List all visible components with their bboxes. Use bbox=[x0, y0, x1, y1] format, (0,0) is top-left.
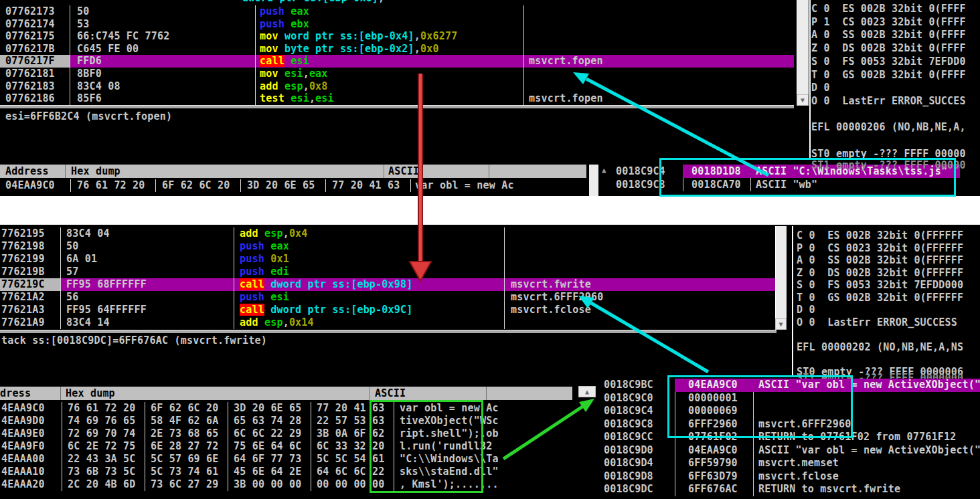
disasm-scrollbar[interactable] bbox=[797, 0, 809, 105]
instruction-token bbox=[278, 43, 284, 55]
register-line: P 0 CS 0023 32bit 0(FFFFFF bbox=[797, 242, 963, 254]
hexdump-rows: 04EAA9C076 61 72 206F 62 6C 203D 20 6E 6… bbox=[0, 179, 586, 192]
stack-row[interactable]: 0018C9BC04EAA9C0ASCII "var obl = new Act… bbox=[589, 379, 980, 392]
debugger-analysis-screenshot: 0776217350push eax0776217453push ebx0776… bbox=[0, 0, 980, 499]
instruction-token: , bbox=[303, 68, 309, 80]
hexdump-row[interactable]: 4EAA9C076 61 72 206F 62 6C 203D 20 6E 65… bbox=[0, 402, 572, 415]
hex-bytes-group: 5C 73 74 61 bbox=[145, 466, 228, 478]
instruction-token: esi bbox=[291, 55, 309, 67]
disasm-row[interactable]: 0776218383C4 08add esp,0x8 bbox=[0, 80, 794, 93]
hex-ascii: "C:\\Windows\\Ta bbox=[394, 453, 572, 466]
disasm-instruction: mov byte ptr ss:[ebp-0x2],0x0 bbox=[255, 43, 523, 56]
hexdump-row[interactable]: 04EAA9C076 61 72 206F 62 6C 203D 20 6E 6… bbox=[0, 179, 586, 192]
disasm-row[interactable]: 77621996A 01push 0x1 bbox=[0, 253, 777, 266]
hexdump-row[interactable]: 4EAA9E072 69 70 742E 73 68 656C 6C 22 29… bbox=[0, 427, 572, 440]
register-line: D 0 bbox=[811, 82, 830, 94]
disasm-bytes: 6A 01 bbox=[60, 253, 234, 266]
hex-ascii: var obl = new Ac bbox=[410, 179, 586, 192]
disasm-row[interactable]: 0776217FFFD6call esimsvcrt.fopen bbox=[0, 55, 794, 68]
instruction-token: mov bbox=[260, 68, 278, 80]
disasm-comment bbox=[504, 253, 777, 266]
stack-row[interactable]: 0018C9CC07761F02RETURN to 07761F02 from … bbox=[589, 431, 980, 444]
stack-row[interactable]: 0018C9C400000069 bbox=[589, 405, 980, 418]
stack-value: 6FFF2960 bbox=[675, 418, 753, 431]
disasm-row[interactable]: 0776218685F6test esi,esimsvcrt.fopen bbox=[0, 92, 794, 105]
register-line: T 0 GS 002B 32bit 0(FFFFFF bbox=[797, 292, 963, 304]
disasm-row[interactable]: 776219B57push edi bbox=[0, 266, 777, 278]
disasm-row[interactable]: 77621A256push esimsvcrt.6FFF2960 bbox=[0, 291, 777, 304]
disasm-row[interactable]: 776219583C4 04add esp,0x4 bbox=[0, 227, 777, 240]
hex-bytes-group: 2E 73 68 65 bbox=[145, 427, 228, 440]
instruction-token bbox=[264, 266, 270, 278]
hex-ascii: sks\\staEnd.dll" bbox=[394, 466, 572, 478]
register-line: D 0 bbox=[797, 304, 815, 316]
bottom-debugger-section: 776219583C4 04add esp,0x4776219850push e… bbox=[0, 225, 980, 499]
stack-row[interactable]: 0018C9D46FF59790msvcrt.memset bbox=[589, 457, 980, 470]
disasm-row[interactable]: 77621A983C4 14add esp,0x14 bbox=[0, 316, 777, 329]
hex-bytes-group: 3D 20 6E 65 bbox=[240, 179, 325, 192]
stack-row[interactable]: 0018C9D004EAA9C0ASCII "var obl = new Act… bbox=[589, 444, 980, 458]
instruction-token: push bbox=[260, 5, 284, 17]
disasm-address: 77621A2 bbox=[0, 291, 60, 304]
hex-bytes-group: 6C 2E 72 75 bbox=[62, 440, 145, 453]
register-line: A 0 SS 002B 32bit 0(FFFF bbox=[811, 29, 966, 41]
hex-bytes-group: 5C 5C 54 61 bbox=[311, 453, 394, 466]
stack-row[interactable]: 0018C9D86FF63D79msvcrt.fclose bbox=[589, 470, 980, 484]
hexdump-scrollbar[interactable] bbox=[589, 165, 598, 196]
disasm-instruction: add esp,0x8 bbox=[255, 80, 523, 93]
hex-bytes-group: 5C 57 69 6E bbox=[145, 453, 228, 466]
stack-row[interactable]: 0018C9C80018CA70ASCII "wb" bbox=[602, 178, 960, 191]
scroll-down-button[interactable]: ▼ bbox=[775, 318, 787, 330]
disasm-row[interactable]: 0776217350push eax bbox=[0, 5, 794, 18]
disasm-row[interactable]: 077621818BF0mov esi,eax bbox=[0, 68, 794, 80]
disasm-address: 07762175 bbox=[0, 30, 70, 43]
disasm-instruction: call dword ptr ss:[ebp-0x9C] bbox=[234, 304, 504, 316]
disasm-row[interactable]: 0776217566:C745 FC 7762mov word ptr ss:[… bbox=[0, 30, 794, 43]
hex-address: 4EAA9D0 bbox=[0, 415, 62, 427]
instruction-token: 0x6277 bbox=[420, 30, 457, 42]
stack-row[interactable]: 0018C9C000000001 bbox=[589, 392, 980, 405]
instruction-token bbox=[264, 291, 270, 303]
disasm-bytes: 50 bbox=[60, 240, 234, 253]
hexdump-row[interactable]: 4EAAA1073 6B 73 5C5C 73 74 6145 6E 64 2E… bbox=[0, 466, 572, 478]
scroll-down-button[interactable]: ▼ bbox=[797, 94, 809, 106]
disasm-address: 0776217B bbox=[0, 43, 70, 56]
disasm-row[interactable]: 77621A3FF95 64FFFFFFcall dword ptr ss:[e… bbox=[0, 304, 777, 316]
disasm-comment: msvcrt.fopen bbox=[523, 55, 794, 68]
register-line: S 0 FS 0053 32bit 7EFDD000 bbox=[797, 279, 963, 291]
instruction-token bbox=[284, 5, 291, 17]
disasm-row[interactable]: 0776217BC645 FE 00mov byte ptr ss:[ebp-0… bbox=[0, 43, 794, 56]
stack-address: 0018C9C4 bbox=[589, 405, 675, 418]
disasm-bytes: 50 bbox=[70, 5, 255, 18]
instruction-token: call bbox=[240, 278, 264, 290]
instruction-token: call bbox=[260, 55, 284, 67]
register-line: S 0 FS 0053 32bit 7EFDD0 bbox=[811, 56, 966, 68]
stack-row[interactable]: 0018C9C86FFF2960msvcrt.6FFF2960 bbox=[589, 418, 980, 431]
stack-pane: 0018C9BC04EAA9C0ASCII "var obl = new Act… bbox=[589, 379, 980, 496]
register-line: O 0 LastErr ERROR_SUCCES bbox=[811, 95, 966, 107]
hexdump-row[interactable]: 4EAA9F06C 2E 72 756E 28 27 7275 6E 64 6C… bbox=[0, 440, 572, 453]
hexdump-row[interactable]: 4EAAA202C 20 4B 6D73 6C 27 293B 00 00 00… bbox=[0, 478, 572, 491]
hexdump-header: Address Hex dump ASCII bbox=[0, 165, 586, 178]
instruction-token: add bbox=[240, 316, 258, 328]
stack-address: 0018C9C8 bbox=[589, 418, 675, 431]
disasm-bytes: FF95 64FFFFFF bbox=[60, 304, 234, 316]
instruction-token: , bbox=[378, 0, 384, 4]
instruction-token bbox=[258, 316, 264, 328]
instruction-token: esi bbox=[291, 92, 309, 104]
disasm-scrollbar[interactable] bbox=[775, 226, 787, 329]
stack-row[interactable]: 0018C9DC6FF676ACRETURN to msvcrt.fwrite bbox=[589, 483, 980, 496]
hex-address: 4EAAA10 bbox=[0, 466, 62, 478]
hex-bytes-group: 6F 62 6C 20 bbox=[155, 179, 240, 192]
hexdump-header: dress Hex dump ASCII bbox=[0, 387, 572, 400]
hexdump-row[interactable]: 4EAA9D074 69 76 6558 4F 62 6A65 63 74 28… bbox=[0, 415, 572, 427]
disasm-row[interactable]: 776219CFF95 68FFFFFFcall dword ptr ss:[e… bbox=[0, 278, 777, 291]
hex-bytes-group: 72 69 70 74 bbox=[62, 427, 145, 440]
stack-comment: msvcrt.6FFF2960 bbox=[753, 418, 980, 431]
disasm-comment: msvcrt.fopen bbox=[523, 92, 794, 105]
hex-address: 4EAA9F0 bbox=[0, 440, 62, 453]
hex-bytes-group: 77 20 41 63 bbox=[311, 402, 394, 415]
hexdump-row[interactable]: 4EAAA0022 43 3A 5C5C 57 69 6E64 6F 77 73… bbox=[0, 453, 572, 466]
disasm-row[interactable]: 776219850push eax bbox=[0, 240, 777, 253]
disasm-row[interactable]: 0776217453push ebx bbox=[0, 18, 794, 31]
